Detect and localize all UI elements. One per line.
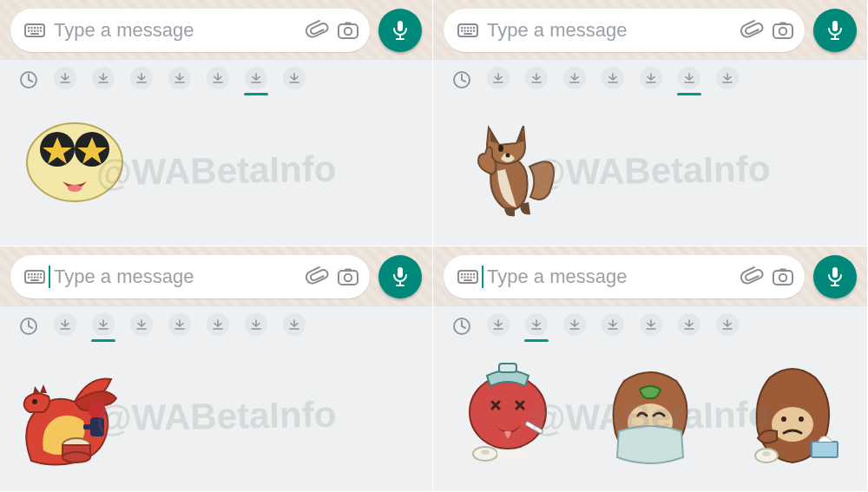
sticker-pack-tab[interactable]: [127, 310, 156, 339]
sticker-pack-tab[interactable]: [279, 63, 309, 93]
sticker-pack-tab[interactable]: [241, 63, 271, 93]
download-icon: [130, 313, 153, 336]
camera-icon[interactable]: [766, 14, 799, 47]
sticker-red-dragon-band[interactable]: [14, 348, 135, 469]
sticker-grid[interactable]: @WABetaInfo: [433, 96, 867, 246]
keyboard-icon[interactable]: [454, 263, 482, 291]
download-icon: [130, 67, 153, 89]
message-input[interactable]: [482, 19, 739, 42]
recent-stickers-tab[interactable]: [445, 310, 475, 339]
sticker-drawer: @WABetaInfo: [433, 305, 867, 492]
paperclip-icon[interactable]: [739, 263, 766, 291]
sticker-sick-creature-2[interactable]: [589, 348, 711, 469]
recent-stickers-tab[interactable]: [445, 63, 475, 93]
message-bar: [10, 9, 370, 52]
clock-icon: [450, 68, 470, 89]
sticker-drawer: @WABetaInfo: [433, 59, 867, 246]
download-icon: [54, 67, 76, 89]
camera-icon[interactable]: [766, 260, 799, 293]
camera-icon[interactable]: [332, 14, 365, 47]
download-icon: [168, 67, 191, 89]
input-row: [433, 0, 867, 59]
download-icon: [207, 67, 229, 89]
sticker-fox-thumbs-up[interactable]: [447, 102, 569, 223]
message-bar: [444, 9, 805, 52]
sticker-pack-tab[interactable]: [598, 63, 628, 93]
download-icon: [525, 313, 548, 336]
chat-pane: @WABetaInfo: [0, 246, 433, 493]
message-input[interactable]: [49, 266, 304, 288]
sticker-star-eyes-face[interactable]: [14, 102, 135, 223]
download-icon: [640, 313, 662, 336]
sticker-pack-tab[interactable]: [674, 63, 704, 93]
sticker-sick-creature-1[interactable]: [447, 348, 569, 469]
mic-button[interactable]: [813, 9, 857, 52]
download-icon: [487, 313, 510, 336]
download-icon: [525, 67, 548, 89]
sticker-pack-tabs: [433, 60, 867, 96]
sticker-pack-tab[interactable]: [522, 63, 551, 93]
keyboard-icon[interactable]: [21, 16, 49, 44]
sticker-pack-tab[interactable]: [50, 63, 80, 93]
mic-button[interactable]: [378, 9, 422, 52]
download-icon: [602, 67, 624, 89]
sticker-pack-tab[interactable]: [522, 310, 551, 339]
recent-stickers-tab[interactable]: [12, 63, 42, 93]
sticker-pack-tab[interactable]: [713, 310, 742, 339]
clock-icon: [16, 68, 37, 89]
paperclip-icon[interactable]: [304, 263, 332, 291]
download-icon: [54, 313, 76, 336]
sticker-grid[interactable]: @WABetaInfo: [0, 343, 432, 492]
download-icon: [716, 313, 739, 336]
sticker-pack-tab[interactable]: [203, 310, 233, 339]
paperclip-icon[interactable]: [739, 16, 766, 44]
sticker-pack-tab[interactable]: [636, 63, 666, 93]
chat-pane: @WABetaInfo: [433, 0, 868, 246]
clock-icon: [450, 314, 470, 335]
sticker-pack-tab[interactable]: [279, 310, 309, 339]
sticker-pack-tab[interactable]: [560, 310, 589, 339]
sticker-pack-tab[interactable]: [674, 310, 704, 339]
sticker-pack-tab[interactable]: [598, 310, 628, 339]
mic-button[interactable]: [813, 255, 857, 298]
download-icon: [716, 67, 739, 89]
download-icon: [245, 313, 267, 336]
message-input[interactable]: [49, 19, 304, 42]
download-icon: [283, 67, 306, 89]
sticker-pack-tab[interactable]: [165, 63, 194, 93]
sticker-pack-tab[interactable]: [636, 310, 666, 339]
sticker-pack-tab[interactable]: [483, 63, 513, 93]
sticker-pack-tabs: [0, 60, 432, 96]
sticker-pack-tab[interactable]: [203, 63, 233, 93]
sticker-pack-tab[interactable]: [89, 310, 118, 339]
input-row: [0, 0, 432, 59]
paperclip-icon[interactable]: [304, 16, 332, 44]
sticker-pack-tab[interactable]: [560, 63, 589, 93]
download-icon: [245, 67, 267, 89]
sticker-pack-tab[interactable]: [165, 310, 194, 339]
download-icon: [602, 313, 624, 336]
recent-stickers-tab[interactable]: [12, 310, 42, 339]
download-icon: [563, 67, 586, 89]
download-icon: [207, 313, 229, 336]
sticker-pack-tab[interactable]: [713, 63, 742, 93]
download-icon: [92, 313, 115, 336]
keyboard-icon[interactable]: [454, 16, 482, 44]
download-icon: [678, 313, 700, 336]
sticker-drawer: @WABetaInfo: [0, 59, 432, 246]
message-bar: [10, 255, 370, 298]
keyboard-icon[interactable]: [21, 263, 49, 291]
message-input[interactable]: [482, 266, 739, 288]
sticker-pack-tab[interactable]: [483, 310, 513, 339]
sticker-grid[interactable]: @WABetaInfo: [0, 96, 432, 246]
download-icon: [640, 67, 662, 89]
sticker-pack-tab[interactable]: [127, 63, 156, 93]
camera-icon[interactable]: [332, 260, 365, 293]
sticker-pack-tab[interactable]: [50, 310, 80, 339]
sticker-pack-tab[interactable]: [241, 310, 271, 339]
sticker-pack-tab[interactable]: [89, 63, 118, 93]
sticker-grid[interactable]: @WABetaInfo: [433, 343, 867, 492]
chat-pane: @WABetaInfo: [0, 0, 433, 246]
sticker-sick-creature-3[interactable]: [732, 348, 853, 469]
mic-button[interactable]: [378, 255, 422, 298]
